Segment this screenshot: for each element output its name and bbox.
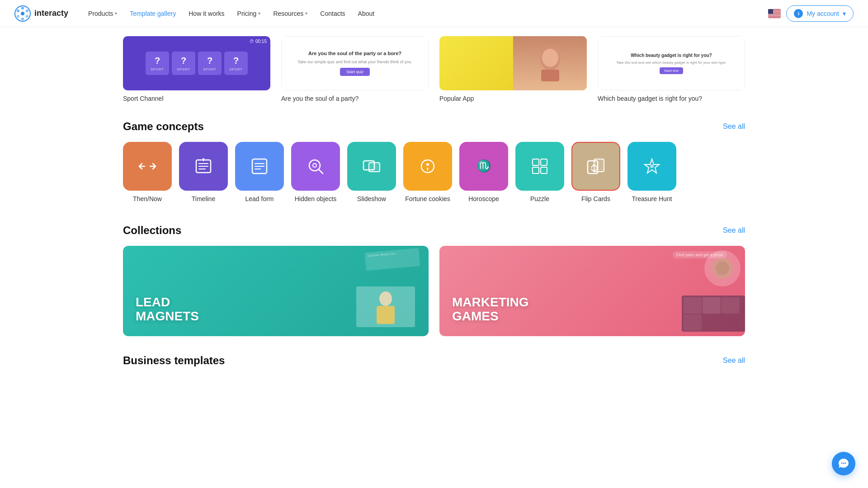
nav-products[interactable]: Products ▾ bbox=[83, 6, 123, 21]
business-templates-see-all[interactable]: See all bbox=[723, 357, 745, 365]
top-card-app[interactable]: Popular App bbox=[439, 36, 587, 102]
chevron-down-icon: ▾ bbox=[843, 10, 846, 17]
svg-rect-13 bbox=[768, 15, 781, 16]
game-item-puzzle[interactable]: Puzzle bbox=[515, 142, 564, 202]
puzzle-icon bbox=[515, 142, 564, 191]
nav-links: Products ▾ Template gallery How it works… bbox=[83, 6, 768, 21]
app-card-title: Popular App bbox=[439, 95, 587, 102]
svg-point-31 bbox=[313, 164, 316, 167]
nav-about[interactable]: About bbox=[353, 6, 380, 21]
language-flag[interactable] bbox=[768, 9, 781, 18]
then-now-label: Then/Now bbox=[133, 195, 162, 202]
svg-rect-15 bbox=[768, 9, 773, 14]
svg-point-17 bbox=[542, 49, 558, 67]
lead-magnets-label: LEADMAGNETS bbox=[136, 296, 199, 324]
hidden-objects-label: Hidden objects bbox=[295, 195, 337, 202]
svg-line-30 bbox=[319, 169, 323, 174]
nav-contacts[interactable]: Contacts bbox=[315, 6, 350, 21]
game-item-fortune-cookies[interactable]: Fortune cookies bbox=[403, 142, 452, 202]
nav-template-gallery[interactable]: Template gallery bbox=[124, 6, 181, 21]
collection-marketing-games[interactable]: Find pairs and get a prize! MARKETINGGAM… bbox=[439, 246, 745, 336]
nav-how-it-works[interactable]: How it works bbox=[183, 6, 230, 21]
chevron-down-icon: ▾ bbox=[305, 11, 307, 16]
game-item-lead-form[interactable]: Lead form bbox=[235, 142, 284, 202]
collections-title: Collections bbox=[123, 224, 181, 237]
game-item-timeline[interactable]: Timeline bbox=[179, 142, 228, 202]
my-account-button[interactable]: i My account ▾ bbox=[786, 5, 854, 22]
business-templates-header: Business templates See all bbox=[123, 354, 745, 367]
collections-grid: Summer fitness ma... LEADMAGNETS bbox=[123, 246, 745, 336]
top-card-beauty[interactable]: Which beauty gadget is right for you? Ta… bbox=[598, 36, 745, 102]
svg-rect-40 bbox=[533, 167, 539, 174]
fortune-cookies-icon bbox=[403, 142, 452, 191]
party-card-title: Are you the soul of the party or a bore? bbox=[308, 51, 401, 56]
business-templates-title: Business templates bbox=[123, 354, 225, 367]
top-card-party[interactable]: Are you the soul of the party or a bore?… bbox=[281, 36, 429, 102]
info-icon: i bbox=[794, 9, 803, 18]
game-item-then-now[interactable]: Then/Now bbox=[123, 142, 172, 202]
svg-text:♏: ♏ bbox=[476, 159, 491, 173]
lead-magnets-overlay: LEADMAGNETS bbox=[123, 246, 429, 336]
game-item-treasure-hunt[interactable]: Treasure Hunt bbox=[627, 142, 676, 202]
beauty-label: Which beauty gadget is right for you? bbox=[598, 95, 745, 102]
hidden-objects-icon bbox=[291, 142, 340, 191]
top-cards-row: ⏱ 00:15 ?SPORT ?SPORT ?SPORT ?SPORT Spor… bbox=[123, 27, 745, 117]
beauty-card-title: Which beauty gadget is right for you? bbox=[631, 53, 712, 58]
beauty-card-subtitle: Take this test and see which beauty gadg… bbox=[616, 61, 726, 65]
timeline-label: Timeline bbox=[192, 195, 215, 202]
horoscope-label: Horoscope bbox=[468, 195, 499, 202]
logo-text: interacty bbox=[34, 9, 68, 18]
marketing-games-overlay: MARKETINGGAMES bbox=[439, 246, 745, 336]
collections-see-all[interactable]: See all bbox=[723, 226, 745, 235]
collections-header: Collections See all bbox=[123, 224, 745, 237]
svg-point-34 bbox=[421, 160, 434, 173]
marketing-games-label: MARKETINGGAMES bbox=[452, 296, 529, 324]
treasure-hunt-icon bbox=[627, 142, 676, 191]
svg-point-45 bbox=[650, 164, 654, 168]
then-now-icon bbox=[123, 142, 172, 191]
top-card-sport[interactable]: ⏱ 00:15 ?SPORT ?SPORT ?SPORT ?SPORT Spor… bbox=[123, 36, 270, 102]
collection-lead-magnets[interactable]: Summer fitness ma... LEADMAGNETS bbox=[123, 246, 429, 336]
svg-point-5 bbox=[21, 18, 24, 20]
puzzle-label: Puzzle bbox=[530, 195, 549, 202]
game-grid: Then/Now Timeline bbox=[123, 142, 745, 206]
svg-rect-12 bbox=[768, 14, 781, 14]
flip-cards-label: Flip Cards bbox=[581, 195, 610, 202]
svg-point-7 bbox=[17, 9, 19, 12]
game-concepts-header: Game concepts See all bbox=[123, 120, 745, 133]
svg-rect-33 bbox=[369, 163, 380, 172]
svg-point-2 bbox=[21, 7, 24, 9]
beauty-start-btn[interactable]: Start test bbox=[660, 67, 683, 74]
nav-right: i My account ▾ bbox=[768, 5, 854, 22]
party-start-btn[interactable]: Start quiz bbox=[340, 68, 370, 76]
flip-cards-icon bbox=[571, 142, 620, 191]
lead-form-label: Lead form bbox=[245, 195, 274, 202]
svg-rect-14 bbox=[768, 16, 781, 17]
svg-rect-38 bbox=[533, 159, 539, 165]
slideshow-label: Slideshow bbox=[357, 195, 386, 202]
game-item-hidden-objects[interactable]: Hidden objects bbox=[291, 142, 340, 202]
game-item-flip-cards[interactable]: Flip Cards bbox=[571, 142, 620, 202]
logo[interactable]: interacty bbox=[14, 5, 68, 22]
fortune-cookies-label: Fortune cookies bbox=[405, 195, 450, 202]
game-concepts-see-all[interactable]: See all bbox=[723, 122, 745, 131]
svg-rect-39 bbox=[541, 159, 547, 165]
game-item-slideshow[interactable]: Slideshow bbox=[347, 142, 396, 202]
svg-point-3 bbox=[26, 9, 28, 12]
timeline-icon bbox=[179, 142, 228, 191]
svg-point-35 bbox=[426, 163, 429, 166]
nav-pricing[interactable]: Pricing ▾ bbox=[232, 6, 266, 21]
collections-section: Collections See all Summer fitness ma... bbox=[123, 224, 745, 336]
svg-point-4 bbox=[26, 15, 28, 18]
svg-rect-41 bbox=[541, 167, 547, 174]
treasure-hunt-label: Treasure Hunt bbox=[632, 195, 672, 202]
game-item-horoscope[interactable]: ♏ Horoscope bbox=[459, 142, 508, 202]
business-templates-section: Business templates See all bbox=[123, 354, 745, 367]
nav-resources[interactable]: Resources ▾ bbox=[268, 6, 313, 21]
navigation: interacty Products ▾ Template gallery Ho… bbox=[0, 0, 868, 27]
main-content: ⏱ 00:15 ?SPORT ?SPORT ?SPORT ?SPORT Spor… bbox=[108, 27, 760, 394]
game-concepts-title: Game concepts bbox=[123, 120, 204, 133]
game-concepts-section: Game concepts See all Then/Now bbox=[123, 120, 745, 206]
slideshow-icon bbox=[347, 142, 396, 191]
svg-point-6 bbox=[17, 15, 19, 18]
